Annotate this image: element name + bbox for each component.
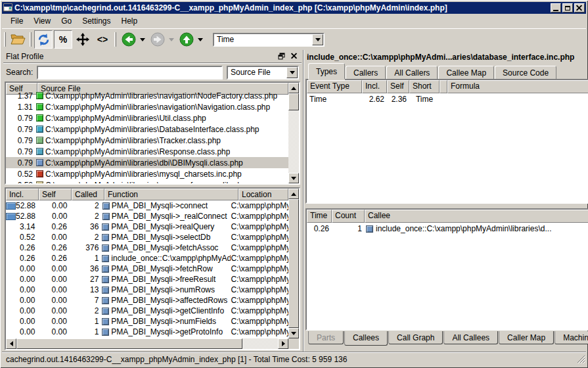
dock-close-button[interactable] bbox=[290, 52, 299, 61]
source-file-row[interactable]: 0.79C:\xampp\phpMyAdmin\libraries\Util.c… bbox=[6, 112, 288, 124]
up-dropdown-icon[interactable] bbox=[198, 38, 203, 41]
source-file-row[interactable]: 1.37C:\xampp\phpMyAdmin\libraries\naviga… bbox=[6, 90, 288, 101]
group-select[interactable]: Source File bbox=[227, 66, 299, 80]
function-row[interactable]: 0.260.26376PMA_DBI_Mysqli->fetchAssocC:\… bbox=[6, 242, 288, 253]
source-file-row[interactable]: 1.31C:\xampp\phpMyAdmin\libraries\naviga… bbox=[6, 101, 288, 112]
column-header-formula[interactable]: Formula bbox=[447, 80, 588, 93]
float-button[interactable] bbox=[277, 52, 286, 61]
scroll-down-icon[interactable] bbox=[288, 328, 299, 338]
bottom-tab-all-callees[interactable]: All Callees bbox=[443, 331, 498, 344]
scrollbar-thumb[interactable] bbox=[288, 199, 299, 328]
event-type-select[interactable]: Time bbox=[213, 33, 325, 47]
resize-grip[interactable] bbox=[577, 355, 585, 365]
tab-callers[interactable]: Callers bbox=[346, 66, 386, 79]
function-row[interactable]: 0.260.261include_once::C:\xampp\phpMyAd.… bbox=[6, 253, 288, 264]
column-header-self[interactable]: Self bbox=[39, 189, 72, 200]
function-name-cell: PMA_DBI_Mysqli->getProtoInfo bbox=[101, 327, 231, 336]
toolbar-grip[interactable] bbox=[30, 32, 32, 47]
function-row[interactable]: 0.000.007PMA_DBI_Mysqli->affectedRowsC:\… bbox=[6, 295, 288, 306]
minimize-button[interactable] bbox=[551, 3, 561, 12]
function-row[interactable]: 52.880.002PMA_DBI_Mysqli->connectC:\xamp… bbox=[6, 200, 288, 211]
column-header-count[interactable]: Count bbox=[332, 210, 365, 223]
source-file-row[interactable]: 0.52C:\xampp\phpMyAdmin\libraries\user_p… bbox=[6, 179, 288, 184]
bottom-tab-callees[interactable]: Callees bbox=[344, 331, 388, 346]
column-header-function[interactable]: Function bbox=[104, 189, 238, 200]
callee-row[interactable]: 0.26 1 include_once::C:\xampp\phpMyAdmin… bbox=[307, 223, 588, 235]
scroll-down-icon[interactable] bbox=[288, 173, 299, 183]
relative-percent-button[interactable]: % bbox=[54, 30, 72, 49]
toolbar: % <> bbox=[2, 28, 586, 50]
function-row[interactable]: 0.000.0027PMA_DBI_Mysqli->freeResultC:\x… bbox=[6, 274, 288, 285]
function-list-hscrollbar[interactable] bbox=[6, 338, 288, 349]
bottom-tab-call-graph[interactable]: Call Graph bbox=[388, 331, 443, 344]
tab-types[interactable]: Types bbox=[308, 63, 345, 79]
scroll-up-icon[interactable] bbox=[288, 189, 299, 199]
incl-cell: 0.00 bbox=[6, 306, 37, 315]
dock-header[interactable]: Flat Profile bbox=[3, 50, 302, 63]
file-list-scrollbar[interactable] bbox=[288, 83, 299, 183]
search-input[interactable] bbox=[37, 66, 223, 80]
tab-all-callers[interactable]: All Callers bbox=[386, 66, 438, 79]
incl-cell: 0.00 bbox=[6, 296, 37, 305]
scroll-left-icon[interactable] bbox=[6, 338, 16, 349]
expand-depth-button[interactable]: <> bbox=[93, 30, 112, 49]
chevron-down-icon[interactable] bbox=[286, 67, 298, 78]
column-header-location[interactable]: Location bbox=[238, 189, 288, 200]
chevron-down-icon[interactable] bbox=[312, 34, 323, 45]
function-row[interactable]: 0.000.001PMA_DBI_Mysqli->getProtoInfoC:\… bbox=[6, 327, 288, 337]
close-button[interactable] bbox=[574, 3, 585, 12]
function-list-vscrollbar[interactable] bbox=[288, 189, 299, 338]
forward-button[interactable] bbox=[148, 30, 167, 49]
maximize-button[interactable] bbox=[562, 3, 573, 12]
source-file-row[interactable]: 0.79C:\xampp\phpMyAdmin\libraries\Tracke… bbox=[6, 135, 288, 146]
bottom-tab-parts[interactable]: Parts bbox=[308, 331, 344, 344]
menu-bar: FileViewGoSettingsHelp bbox=[2, 14, 586, 28]
column-header-short[interactable]: Short bbox=[409, 80, 440, 93]
menu-file[interactable]: File bbox=[6, 15, 28, 27]
menu-settings[interactable]: Settings bbox=[78, 15, 115, 27]
source-file-row[interactable]: 0.79C:\xampp\phpMyAdmin\libraries\Databa… bbox=[6, 124, 288, 135]
column-header-callee[interactable]: Callee bbox=[365, 210, 588, 223]
column-header-self[interactable]: Self bbox=[387, 80, 409, 93]
dock-layout-button[interactable] bbox=[74, 30, 92, 49]
function-row[interactable]: 0.000.0013PMA_DBI_Mysqli->numRowsC:\xamp… bbox=[6, 285, 288, 295]
event-type-row[interactable]: Time 2.62 2.36 Time bbox=[307, 93, 588, 104]
cycle-detection-button[interactable] bbox=[34, 30, 53, 49]
bottom-tab-caller-map[interactable]: Caller Map bbox=[499, 331, 554, 344]
scrollbar-thumb[interactable] bbox=[16, 338, 242, 349]
back-button[interactable] bbox=[120, 30, 138, 49]
menu-view[interactable]: View bbox=[29, 15, 55, 27]
toolbar-grip[interactable] bbox=[114, 32, 116, 47]
function-row[interactable]: 0.000.0036PMA_DBI_Mysqli->fetchRowC:\xam… bbox=[6, 264, 288, 274]
up-button[interactable] bbox=[177, 30, 196, 49]
source-file-row[interactable]: 0.79C:\xampp\phpMyAdmin\libraries\Respon… bbox=[6, 146, 288, 157]
tab-callee-map[interactable]: Callee Map bbox=[438, 66, 494, 79]
function-row[interactable]: 0.520.002PMA_DBI_Mysqli->selectDbC:\xamp… bbox=[6, 232, 288, 242]
forward-dropdown-icon[interactable] bbox=[169, 38, 174, 41]
bottom-tab-machine[interactable]: Machine bbox=[554, 331, 588, 344]
column-header-incl[interactable]: Incl. bbox=[362, 80, 387, 93]
open-file-button[interactable] bbox=[9, 30, 27, 49]
toolbar-grip[interactable] bbox=[4, 32, 6, 47]
search-label: Search: bbox=[6, 68, 33, 77]
column-header-event-type[interactable]: Event Type bbox=[307, 80, 362, 93]
file-type-icon bbox=[36, 92, 43, 99]
column-header-incl[interactable]: Incl. bbox=[6, 189, 39, 200]
menu-help[interactable]: Help bbox=[117, 15, 143, 27]
column-header-spacer[interactable] bbox=[440, 80, 447, 93]
scrollbar-thumb[interactable] bbox=[288, 93, 299, 110]
column-header-called[interactable]: Called bbox=[72, 189, 104, 200]
column-header-time[interactable]: Time bbox=[307, 210, 332, 223]
scroll-right-icon[interactable] bbox=[278, 338, 288, 349]
title-bar[interactable]: C:\xampp\tmp\cachegrind.out.1416463299-C… bbox=[2, 2, 586, 14]
function-row[interactable]: 3.140.2636PMA_DBI_Mysqli->realQueryC:\xa… bbox=[6, 221, 288, 232]
menu-go[interactable]: Go bbox=[57, 15, 76, 27]
source-file-row[interactable]: 0.52C:\xampp\phpMyAdmin\libraries\mysql_… bbox=[6, 168, 288, 179]
function-row[interactable]: 52.880.002PMA_DBI_Mysqli->_realConnectC:… bbox=[6, 211, 288, 221]
scroll-up-icon[interactable] bbox=[288, 83, 299, 93]
tab-source-code[interactable]: Source Code bbox=[495, 66, 556, 79]
function-row[interactable]: 0.000.002PMA_DBI_Mysqli->getClientInfoC:… bbox=[6, 306, 288, 316]
function-row[interactable]: 0.000.001PMA_DBI_Mysqli->numFieldsC:\xam… bbox=[6, 316, 288, 327]
back-dropdown-icon[interactable] bbox=[140, 38, 145, 41]
source-file-row[interactable]: 0.79C:\xampp\phpMyAdmin\libraries\dbi\DB… bbox=[6, 157, 288, 168]
